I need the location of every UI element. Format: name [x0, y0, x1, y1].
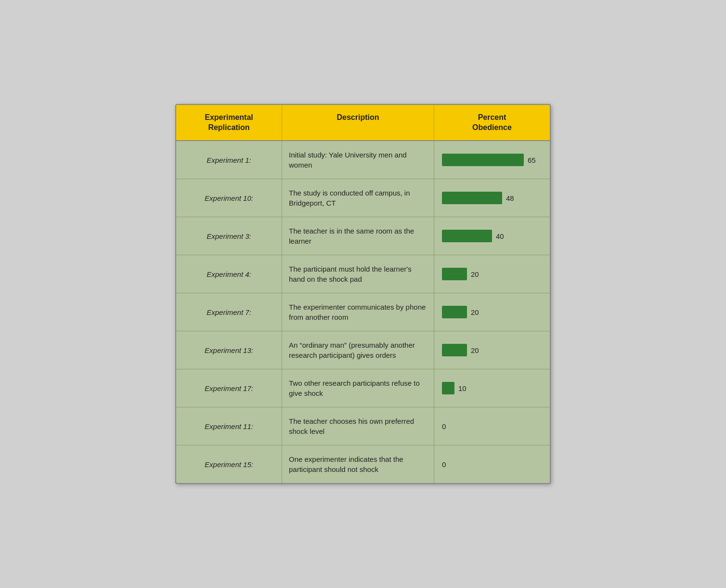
experiment-label: Experiment 11:: [176, 407, 282, 445]
table-row: Experiment 13:An “ordinary man” (presuma…: [176, 331, 550, 369]
percent-cell: 10: [434, 369, 550, 407]
experiment-label: Experiment 7:: [176, 293, 282, 331]
description-text: The participant must hold the learner's …: [282, 255, 434, 293]
table-row: Experiment 7:The experimenter communicat…: [176, 293, 550, 331]
header-col1: ExperimentalReplication: [176, 105, 282, 141]
description-text: The teacher is in the same room as the l…: [282, 217, 434, 255]
percent-bar: [442, 230, 492, 242]
bar-container: 10: [442, 382, 467, 394]
percent-value: 20: [471, 307, 479, 317]
header-col3: PercentObedience: [434, 105, 550, 141]
percent-bar: [442, 344, 467, 356]
bar-container: 20: [442, 306, 479, 318]
percent-bar: [442, 306, 467, 318]
percent-value: 65: [528, 155, 536, 165]
percent-value: 48: [506, 193, 514, 203]
percent-cell: 20: [434, 331, 550, 369]
table-row: Experiment 17:Two other research partici…: [176, 369, 550, 407]
percent-bar: [442, 382, 454, 394]
percent-value: 10: [458, 383, 467, 393]
percent-value: 20: [471, 345, 479, 355]
experiment-label: Experiment 17:: [176, 369, 282, 407]
bar-container: 40: [442, 230, 504, 242]
percent-value: 0: [442, 421, 446, 431]
bar-container: 65: [442, 154, 536, 166]
bar-container: 20: [442, 344, 479, 356]
experiment-label: Experiment 1:: [176, 141, 282, 179]
percent-value: 40: [496, 231, 504, 241]
percent-value: 0: [442, 459, 446, 470]
experiment-label: Experiment 15:: [176, 445, 282, 483]
table-row: Experiment 10:The study is conducted off…: [176, 179, 550, 217]
experiment-label: Experiment 10:: [176, 179, 282, 217]
percent-cell: 20: [434, 293, 550, 331]
percent-cell: 65: [434, 141, 550, 179]
description-text: The study is conducted off campus, in Br…: [282, 179, 434, 217]
percent-bar: [442, 192, 502, 204]
table-header: ExperimentalReplication Description Perc…: [176, 105, 550, 142]
bar-container: 0: [442, 421, 446, 431]
description-text: An “ordinary man” (presumably another re…: [282, 331, 434, 369]
percent-bar: [442, 154, 524, 166]
percent-cell: 48: [434, 179, 550, 217]
description-text: The experimenter communicates by phone f…: [282, 293, 434, 331]
percent-value: 20: [471, 269, 479, 279]
percent-bar: [442, 268, 467, 280]
percent-cell: 0: [434, 445, 550, 483]
bar-container: 0: [442, 459, 446, 470]
table-row: Experiment 1:Initial study: Yale Univers…: [176, 141, 550, 179]
bar-container: 20: [442, 268, 479, 280]
description-text: Initial study: Yale University men and w…: [282, 141, 434, 179]
percent-cell: 20: [434, 255, 550, 293]
table-row: Experiment 15:One experimenter indicates…: [176, 445, 550, 483]
description-text: Two other research participants refuse t…: [282, 369, 434, 407]
table-row: Experiment 4:The participant must hold t…: [176, 255, 550, 293]
experiment-label: Experiment 3:: [176, 217, 282, 255]
main-table: ExperimentalReplication Description Perc…: [175, 104, 551, 484]
bar-container: 48: [442, 192, 514, 204]
table-body: Experiment 1:Initial study: Yale Univers…: [176, 141, 550, 483]
table-row: Experiment 3:The teacher is in the same …: [176, 217, 550, 255]
description-text: The teacher chooses his own preferred sh…: [282, 407, 434, 445]
percent-cell: 40: [434, 217, 550, 255]
experiment-label: Experiment 13:: [176, 331, 282, 369]
description-text: One experimenter indicates that the part…: [282, 445, 434, 483]
experiment-label: Experiment 4:: [176, 255, 282, 293]
percent-cell: 0: [434, 407, 550, 445]
header-col2: Description: [282, 105, 434, 141]
table-row: Experiment 11:The teacher chooses his ow…: [176, 407, 550, 445]
